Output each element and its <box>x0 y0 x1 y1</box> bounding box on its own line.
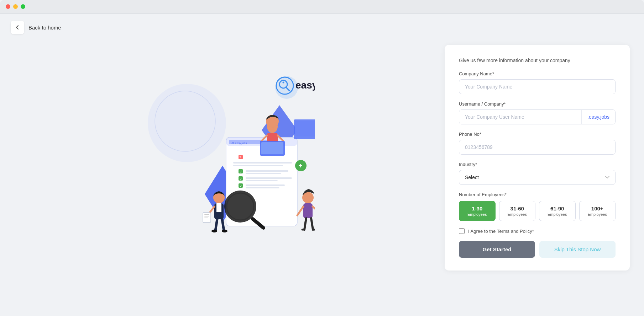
get-started-button[interactable]: Get Started <box>459 241 535 258</box>
svg-rect-28 <box>295 121 315 136</box>
employee-btn-1-30[interactable]: 1-30 Employees <box>459 201 496 221</box>
industry-select[interactable]: Select Technology Healthcare Finance Edu… <box>459 170 616 185</box>
svg-text:✓: ✓ <box>240 177 242 181</box>
svg-line-45 <box>304 218 306 230</box>
phone-label: Phone No* <box>459 132 616 137</box>
svg-point-0 <box>148 84 226 162</box>
traffic-light-green[interactable] <box>21 4 25 9</box>
skip-button[interactable]: Skip This Stop Now <box>539 241 616 258</box>
terms-checkbox[interactable] <box>459 228 465 234</box>
employees-group: Number of Employees* 1-30 Employees 31-6… <box>459 192 616 221</box>
svg-rect-53 <box>216 203 221 212</box>
employee-btn-100plus[interactable]: 100+ Employees <box>579 201 616 221</box>
svg-rect-10 <box>233 162 292 164</box>
employee-range-31-60: 31-60 <box>502 205 533 211</box>
svg-rect-14 <box>246 170 288 172</box>
svg-line-54 <box>215 219 217 231</box>
svg-rect-11 <box>233 165 283 166</box>
svg-rect-19 <box>246 180 278 181</box>
username-input[interactable] <box>459 110 581 124</box>
company-name-input[interactable] <box>459 79 616 94</box>
illustration-area: @ easy.jobs ? ✓ ✓ ✓ <box>14 45 430 258</box>
svg-line-55 <box>222 219 224 231</box>
traffic-light-red[interactable] <box>6 4 10 9</box>
svg-text:?: ? <box>239 156 241 159</box>
svg-rect-44 <box>303 203 313 218</box>
employee-btn-31-60[interactable]: 31-60 Employees <box>499 201 536 221</box>
terms-row: I Agree to the Terms and Policy* <box>459 228 616 234</box>
back-arrow-icon <box>15 25 20 30</box>
svg-rect-15 <box>246 173 281 174</box>
back-label: Back to home <box>28 25 61 31</box>
employees-label: Number of Employees* <box>459 192 616 197</box>
employee-buttons: 1-30 Employees 31-60 Employees 61-90 Emp… <box>459 201 616 221</box>
svg-rect-62 <box>204 218 208 218</box>
phone-input[interactable] <box>459 140 616 155</box>
phone-group: Phone No* <box>459 132 616 155</box>
main-content: @ easy.jobs ? ✓ ✓ ✓ <box>0 41 644 316</box>
app-container: Back to home @ easy.jobs <box>0 14 644 316</box>
svg-point-56 <box>211 230 217 232</box>
employee-btn-61-90[interactable]: 61-90 Employees <box>539 201 576 221</box>
svg-point-70 <box>282 82 284 84</box>
svg-text:✓: ✓ <box>240 184 242 188</box>
back-button[interactable] <box>11 21 24 34</box>
svg-rect-18 <box>246 177 292 179</box>
domain-suffix: .easy.jobs <box>581 110 615 124</box>
company-name-label: Company Name* <box>459 71 616 76</box>
svg-text:@ easy.jobs: @ easy.jobs <box>231 141 247 145</box>
employee-label-100plus: Employees <box>582 212 613 216</box>
username-group: Username / Company* .easy.jobs <box>459 101 616 124</box>
employee-label-61-90: Employees <box>542 212 572 216</box>
svg-text:easy.jobs: easy.jobs <box>295 80 315 91</box>
employee-range-100plus: 100+ <box>582 205 613 211</box>
hero-illustration: @ easy.jobs ? ✓ ✓ ✓ <box>130 59 315 244</box>
employee-range-61-90: 61-90 <box>542 205 572 211</box>
svg-text:✓: ✓ <box>240 170 242 173</box>
terms-text: I Agree to the Terms and Policy* <box>468 229 534 234</box>
svg-rect-23 <box>246 187 279 188</box>
form-panel: Give us few more information about your … <box>445 45 630 271</box>
traffic-light-yellow[interactable] <box>13 4 18 9</box>
svg-rect-22 <box>246 184 285 186</box>
svg-point-57 <box>222 230 227 232</box>
svg-line-50 <box>313 207 315 212</box>
svg-line-46 <box>311 218 313 230</box>
employee-range-1-30: 1-30 <box>462 205 492 211</box>
employee-label-31-60: Employees <box>502 212 533 216</box>
window-chrome <box>0 0 644 14</box>
svg-rect-37 <box>261 142 283 154</box>
svg-rect-61 <box>204 216 209 216</box>
svg-rect-60 <box>204 214 209 215</box>
industry-label: Industry* <box>459 162 616 167</box>
username-wrapper: .easy.jobs <box>459 109 616 124</box>
employee-label-1-30: Employees <box>462 212 492 216</box>
svg-text:+: + <box>299 162 303 169</box>
company-name-group: Company Name* <box>459 71 616 94</box>
header: Back to home <box>0 14 644 41</box>
svg-line-49 <box>297 207 303 215</box>
form-intro: Give us few more information about your … <box>459 58 616 63</box>
industry-group: Industry* Select Technology Healthcare F… <box>459 162 616 185</box>
username-label: Username / Company* <box>459 101 616 107</box>
action-buttons: Get Started Skip This Stop Now <box>459 241 616 258</box>
